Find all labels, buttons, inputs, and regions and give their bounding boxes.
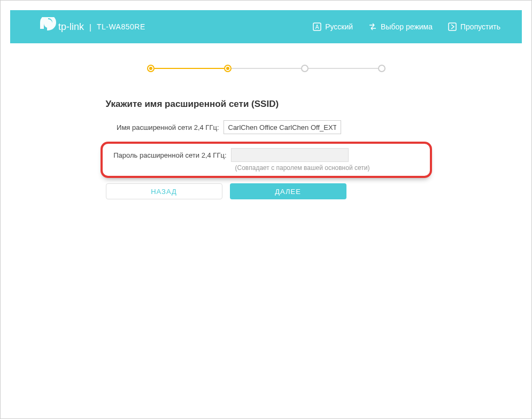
password-highlight: Пароль расширенной сети 2,4 ГГц: (Совпад… [101, 142, 432, 178]
mode-label: Выбор режима [381, 22, 433, 31]
language-icon: A [312, 22, 322, 32]
back-button[interactable]: НАЗАД [106, 183, 222, 199]
ssid-row: Имя расширенной сети 2,4 ГГц: [101, 120, 432, 134]
tp-link-logo-icon [37, 17, 56, 36]
header-actions: A Русский Выбор режима Пропустить [312, 22, 500, 32]
content-panel: Укажите имя расширенной сети (SSID) Имя … [22, 43, 510, 199]
mode-selector[interactable]: Выбор режима [368, 22, 433, 32]
svg-rect-2 [449, 23, 456, 30]
section-title: Укажите имя расширенной сети (SSID) [101, 99, 432, 110]
brand-block: tp-link | TL-WA850RE [37, 17, 145, 36]
password-hint: (Совпадает с паролем вашей основной сети… [235, 164, 425, 172]
svg-text:A: A [315, 24, 319, 30]
step-2 [224, 65, 232, 72]
button-row: НАЗАД ДАЛЕЕ [101, 183, 432, 199]
skip-icon [448, 22, 457, 32]
password-input [231, 148, 349, 162]
step-1 [147, 65, 155, 72]
brand-name: tp-link [58, 21, 84, 33]
step-line-2-3 [232, 68, 301, 69]
ssid-label: Имя расширенной сети 2,4 ГГц: [101, 123, 223, 131]
step-line-1-2 [155, 68, 224, 69]
step-4 [378, 65, 385, 72]
app-header: tp-link | TL-WA850RE A Русский Выбор реж… [10, 10, 522, 43]
wizard-stepper [22, 65, 510, 72]
brand-separator: | [89, 22, 91, 32]
next-button[interactable]: ДАЛЕЕ [230, 183, 346, 199]
skip-label: Пропустить [460, 22, 500, 31]
device-model: TL-WA850RE [97, 22, 145, 31]
password-row: Пароль расширенной сети 2,4 ГГц: [108, 148, 425, 162]
mode-icon [368, 22, 377, 32]
step-line-3-4 [309, 68, 378, 69]
form-area: Укажите имя расширенной сети (SSID) Имя … [101, 99, 432, 199]
skip-button[interactable]: Пропустить [448, 22, 500, 32]
language-selector[interactable]: A Русский [312, 22, 353, 32]
language-label: Русский [325, 22, 353, 31]
ssid-input[interactable] [223, 120, 341, 134]
password-label: Пароль расширенной сети 2,4 ГГц: [108, 151, 231, 159]
step-3 [301, 65, 309, 72]
